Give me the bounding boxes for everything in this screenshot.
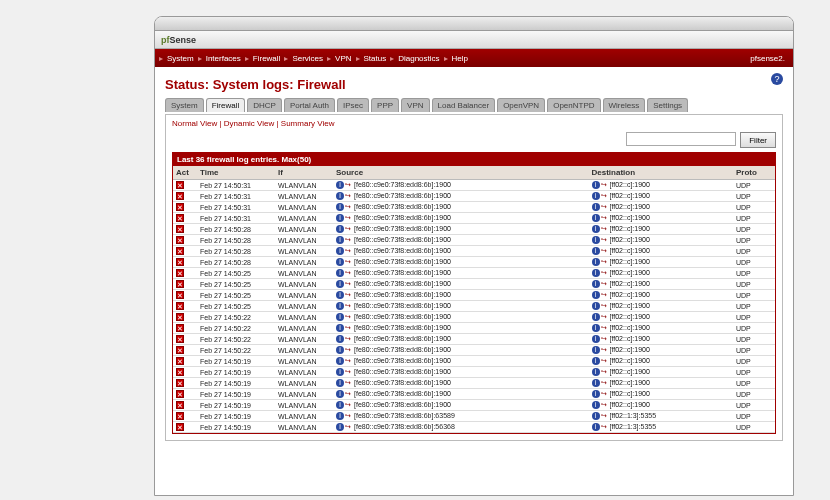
filter-input[interactable] [626,132,736,146]
info-icon[interactable]: i [592,280,600,288]
info-icon[interactable]: i [336,225,344,233]
block-icon[interactable]: ✕ [176,225,184,233]
view-link-normal-view[interactable]: Normal View [172,119,217,128]
arrow-icon: ↪ [345,236,353,244]
block-icon[interactable]: ✕ [176,324,184,332]
block-icon[interactable]: ✕ [176,423,184,431]
info-icon[interactable]: i [592,225,600,233]
block-icon[interactable]: ✕ [176,313,184,321]
info-icon[interactable]: i [336,214,344,222]
tab-load-balancer[interactable]: Load Balancer [432,98,496,112]
block-icon[interactable]: ✕ [176,258,184,266]
info-icon[interactable]: i [336,203,344,211]
info-icon[interactable]: i [592,390,600,398]
tab-wireless[interactable]: Wireless [603,98,646,112]
info-icon[interactable]: i [336,423,344,431]
info-icon[interactable]: i [592,401,600,409]
info-icon[interactable]: i [336,379,344,387]
info-icon[interactable]: i [592,214,600,222]
block-icon[interactable]: ✕ [176,379,184,387]
block-icon[interactable]: ✕ [176,401,184,409]
info-icon[interactable]: i [336,258,344,266]
info-icon[interactable]: i [592,423,600,431]
info-icon[interactable]: i [592,335,600,343]
arrow-icon: ↪ [345,390,353,398]
info-icon[interactable]: i [592,302,600,310]
info-icon[interactable]: i [336,181,344,189]
block-icon[interactable]: ✕ [176,192,184,200]
block-icon[interactable]: ✕ [176,346,184,354]
info-icon[interactable]: i [592,368,600,376]
info-icon[interactable]: i [336,247,344,255]
block-icon[interactable]: ✕ [176,247,184,255]
info-icon[interactable]: i [336,313,344,321]
filter-button[interactable]: Filter [740,132,776,148]
info-icon[interactable]: i [336,236,344,244]
info-icon[interactable]: i [336,280,344,288]
info-icon[interactable]: i [592,247,600,255]
info-icon[interactable]: i [592,346,600,354]
info-icon[interactable]: i [336,335,344,343]
tab-openntpd[interactable]: OpenNTPD [547,98,600,112]
info-icon[interactable]: i [336,192,344,200]
block-icon[interactable]: ✕ [176,357,184,365]
info-icon[interactable]: i [592,203,600,211]
nav-services[interactable]: Services [288,54,327,63]
info-icon[interactable]: i [336,324,344,332]
info-icon[interactable]: i [336,368,344,376]
logo-band: pfSense [155,31,793,49]
block-icon[interactable]: ✕ [176,390,184,398]
tab-system[interactable]: System [165,98,204,112]
info-icon[interactable]: i [336,390,344,398]
info-icon[interactable]: i [592,291,600,299]
info-icon[interactable]: i [336,412,344,420]
block-icon[interactable]: ✕ [176,302,184,310]
block-icon[interactable]: ✕ [176,236,184,244]
info-icon[interactable]: i [592,181,600,189]
block-icon[interactable]: ✕ [176,368,184,376]
view-link-dynamic-view[interactable]: Dynamic View [224,119,275,128]
tab-settings[interactable]: Settings [647,98,688,112]
info-icon[interactable]: i [592,236,600,244]
block-icon[interactable]: ✕ [176,203,184,211]
nav-vpn[interactable]: VPN [331,54,355,63]
tab-ppp[interactable]: PPP [371,98,399,112]
info-icon[interactable]: i [336,346,344,354]
info-icon[interactable]: i [592,357,600,365]
info-icon[interactable]: i [592,258,600,266]
nav-status[interactable]: Status [360,54,391,63]
info-icon[interactable]: i [336,401,344,409]
info-icon[interactable]: i [336,357,344,365]
block-icon[interactable]: ✕ [176,335,184,343]
nav-diagnostics[interactable]: Diagnostics [394,54,443,63]
info-icon[interactable]: i [592,313,600,321]
view-link-summary-view[interactable]: Summary View [281,119,335,128]
info-icon[interactable]: i [336,291,344,299]
tab-portal-auth[interactable]: Portal Auth [284,98,335,112]
block-icon[interactable]: ✕ [176,291,184,299]
nav-firewall[interactable]: Firewall [249,54,285,63]
nav-help[interactable]: Help [448,54,472,63]
block-icon[interactable]: ✕ [176,181,184,189]
tab-firewall[interactable]: Firewall [206,98,246,112]
cell-proto: UDP [733,202,775,213]
info-icon[interactable]: i [592,324,600,332]
info-icon[interactable]: i [336,302,344,310]
nav-interfaces[interactable]: Interfaces [202,54,245,63]
info-icon[interactable]: i [592,192,600,200]
tab-ipsec[interactable]: IPsec [337,98,369,112]
tab-dhcp[interactable]: DHCP [247,98,282,112]
info-icon[interactable]: i [592,412,600,420]
tab-openvpn[interactable]: OpenVPN [497,98,545,112]
nav-system[interactable]: System [163,54,198,63]
block-icon[interactable]: ✕ [176,269,184,277]
block-icon[interactable]: ✕ [176,280,184,288]
tab-vpn[interactable]: VPN [401,98,429,112]
info-icon[interactable]: i [336,269,344,277]
info-icon[interactable]: i [592,269,600,277]
block-icon[interactable]: ✕ [176,214,184,222]
help-icon[interactable]: ? [771,73,783,85]
arrow-icon: ↪ [345,324,353,332]
block-icon[interactable]: ✕ [176,412,184,420]
info-icon[interactable]: i [592,379,600,387]
